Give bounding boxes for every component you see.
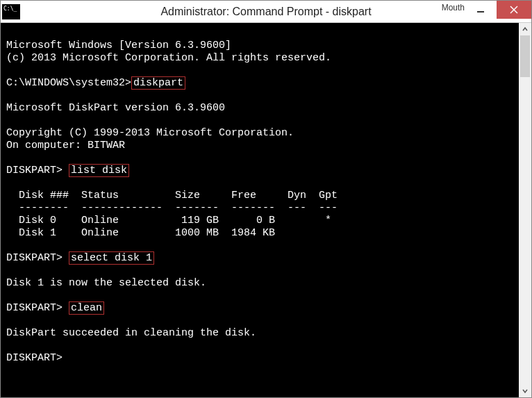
line-dp-copyright: Copyright (C) 1999-2013 Microsoft Corpor…: [6, 127, 294, 139]
line-prompt4: DISKPART> clean: [6, 301, 104, 315]
line-prompt5: DISKPART>: [6, 352, 69, 364]
line-select-msg: Disk 1 is now the selected disk.: [6, 277, 206, 289]
line-prompt1: C:\WINDOWS\system32>diskpart: [6, 76, 185, 90]
window-controls: [465, 1, 531, 22]
prompt-path: C:\WINDOWS\system32>: [6, 77, 131, 89]
cmd-list-disk: list disk: [69, 164, 129, 177]
cmd-diskpart: diskpart: [131, 76, 185, 90]
console-output[interactable]: Microsoft Windows [Version 6.3.9600] (c)…: [1, 23, 519, 397]
extra-label: Mouth: [442, 3, 465, 13]
minimize-icon: [476, 6, 485, 14]
scroll-up-button[interactable]: [519, 23, 531, 35]
scroll-down-button[interactable]: [519, 385, 531, 397]
diskpart-prompt: DISKPART>: [6, 352, 63, 364]
table-row: Disk 1 Online 1000 MB 1984 KB: [6, 227, 275, 239]
cmd-icon: [2, 4, 20, 19]
close-button[interactable]: [497, 1, 531, 19]
line-clean-msg: DiskPart succeeded in cleaning the disk.: [6, 327, 256, 339]
cmd-select-disk: select disk 1: [69, 251, 154, 265]
line-prompt2: DISKPART> list disk: [6, 164, 129, 177]
table-header: Disk ### Status Size Free Dyn Gpt: [6, 190, 338, 201]
scrollbar[interactable]: [519, 23, 531, 397]
scroll-thumb[interactable]: [520, 35, 530, 77]
chevron-down-icon: [522, 388, 528, 394]
titlebar[interactable]: Administrator: Command Prompt - diskpart…: [1, 1, 531, 23]
table-row: Disk 0 Online 119 GB 0 B *: [6, 215, 331, 226]
line-dp-computer: On computer: BITWAR: [6, 140, 125, 151]
diskpart-prompt: DISKPART>: [6, 302, 63, 314]
console-area: Microsoft Windows [Version 6.3.9600] (c)…: [1, 23, 531, 397]
table-separator: -------- ------------- ------- ------- -…: [6, 202, 338, 214]
diskpart-prompt: DISKPART>: [6, 165, 63, 176]
scroll-track[interactable]: [519, 35, 531, 385]
cmd-clean: clean: [69, 301, 104, 315]
close-icon: [510, 6, 518, 14]
line-copyright: (c) 2013 Microsoft Corporation. All righ…: [6, 52, 331, 64]
diskpart-prompt: DISKPART>: [6, 252, 63, 264]
line-prompt3: DISKPART> select disk 1: [6, 251, 154, 265]
line-dp-version: Microsoft DiskPart version 6.3.9600: [6, 102, 225, 114]
window: Administrator: Command Prompt - diskpart…: [0, 0, 532, 398]
minimize-button[interactable]: [465, 1, 497, 19]
chevron-up-icon: [522, 26, 528, 32]
line-version: Microsoft Windows [Version 6.3.9600]: [6, 40, 231, 51]
